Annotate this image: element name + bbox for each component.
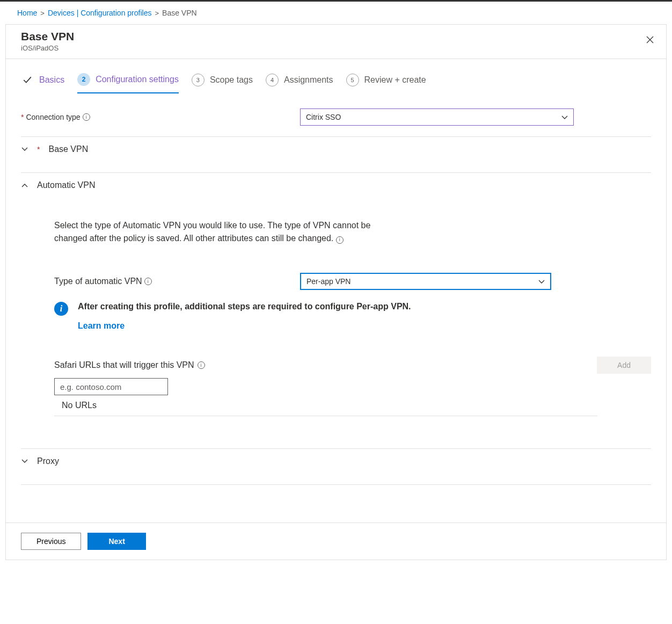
breadcrumb-home[interactable]: Home <box>17 9 37 17</box>
previous-button[interactable]: Previous <box>21 533 81 550</box>
step-label: Assignments <box>284 75 333 85</box>
info-callout-text: After creating this profile, additional … <box>78 302 411 311</box>
automatic-vpn-description: Select the type of Automatic VPN you wou… <box>54 219 376 245</box>
panel-header: Base VPN iOS/iPadOS <box>6 25 666 59</box>
connection-type-dropdown[interactable]: Citrix SSO <box>300 108 574 126</box>
main-content: Basics 2 Configuration settings 3 Scope … <box>6 59 666 523</box>
proxy-accordion-header[interactable]: Proxy <box>21 449 651 474</box>
chevron-down-icon <box>21 147 28 151</box>
page-subtitle: iOS/iPadOS <box>21 44 651 52</box>
breadcrumb-separator: > <box>40 9 45 17</box>
base-vpn-accordion-header[interactable]: * Base VPN <box>21 137 651 162</box>
info-callout-icon: i <box>54 302 68 316</box>
wizard-step-assignments[interactable]: 4 Assignments <box>266 74 333 93</box>
step-number: 5 <box>346 74 359 86</box>
info-callout: i After creating this profile, additiona… <box>54 302 651 331</box>
dropdown-value: Per-app VPN <box>306 277 350 286</box>
page-title: Base VPN <box>21 30 651 43</box>
step-number: 3 <box>192 74 204 86</box>
wizard-steps: Basics 2 Configuration settings 3 Scope … <box>21 73 651 93</box>
automatic-vpn-body: Select the type of Automatic VPN you wou… <box>21 198 651 438</box>
safari-urls-label: Safari URLs that will trigger this VPN i <box>54 360 205 370</box>
breadcrumb-devices[interactable]: Devices | Configuration profiles <box>48 9 152 17</box>
safari-url-input[interactable] <box>54 378 168 395</box>
breadcrumb-separator: > <box>155 9 159 17</box>
info-icon[interactable]: i <box>83 113 90 121</box>
automatic-vpn-accordion-header[interactable]: Automatic VPN <box>21 173 651 198</box>
chevron-up-icon <box>21 183 28 187</box>
accordion-title: Automatic VPN <box>37 180 95 190</box>
breadcrumb: Home > Devices | Configuration profiles … <box>0 2 672 24</box>
connection-type-row: * Connection type i Citrix SSO <box>21 108 651 126</box>
safari-url-row: Safari URLs that will trigger this VPN i… <box>54 357 651 374</box>
step-number: 4 <box>266 74 279 86</box>
next-button[interactable]: Next <box>87 533 145 550</box>
required-indicator: * <box>21 113 24 121</box>
required-indicator: * <box>37 145 40 154</box>
wizard-step-configuration[interactable]: 2 Configuration settings <box>77 73 179 93</box>
step-label: Review + create <box>364 75 426 85</box>
main-panel: Base VPN iOS/iPadOS Basics 2 Configurati… <box>5 24 667 560</box>
vpn-type-dropdown[interactable]: Per-app VPN <box>300 273 551 290</box>
step-number: 2 <box>77 73 90 86</box>
no-urls-text: No URLs <box>54 395 597 416</box>
close-button[interactable] <box>644 33 656 46</box>
step-label: Scope tags <box>210 75 253 85</box>
info-icon[interactable]: i <box>336 236 344 244</box>
accordion-title: Base VPN <box>48 144 88 154</box>
connection-type-label: Connection type <box>26 113 80 121</box>
vpn-type-row: Type of automatic VPN i Per-app VPN <box>54 273 651 290</box>
chevron-down-icon <box>561 113 568 121</box>
accordion-title: Proxy <box>37 456 59 466</box>
dropdown-value: Citrix SSO <box>306 113 341 121</box>
wizard-step-basics[interactable]: Basics <box>21 74 64 93</box>
chevron-down-icon <box>538 277 545 286</box>
learn-more-link[interactable]: Learn more <box>78 321 125 331</box>
breadcrumb-current: Base VPN <box>162 9 197 17</box>
wizard-step-review[interactable]: 5 Review + create <box>346 74 426 93</box>
info-icon[interactable]: i <box>144 278 152 285</box>
chevron-down-icon <box>21 459 28 463</box>
info-icon[interactable]: i <box>198 361 205 369</box>
panel-footer: Previous Next <box>6 523 666 560</box>
add-url-button[interactable]: Add <box>597 357 651 374</box>
step-label: Configuration settings <box>96 75 179 84</box>
vpn-type-label: Type of automatic VPN <box>54 277 142 286</box>
step-label: Basics <box>39 75 64 85</box>
wizard-step-scope-tags[interactable]: 3 Scope tags <box>192 74 253 93</box>
check-icon <box>21 74 34 86</box>
close-icon <box>646 36 654 43</box>
